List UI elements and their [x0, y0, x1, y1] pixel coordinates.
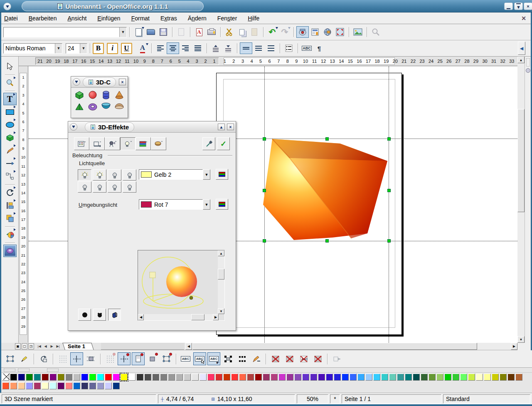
grip-icon[interactable] — [47, 369, 59, 372]
status-style-panel[interactable]: Standard — [443, 394, 530, 404]
color-swatch[interactable] — [10, 382, 17, 389]
select-tool[interactable] — [3, 60, 17, 73]
edit-points-button[interactable] — [4, 352, 17, 365]
exit-all-groups-button[interactable] — [330, 352, 343, 365]
preview-hscroll[interactable]: ◀ ▶ — [138, 314, 219, 320]
redo-button[interactable]: ↷ — [278, 26, 291, 38]
color-swatch[interactable] — [128, 374, 135, 381]
color-swatch[interactable] — [81, 382, 88, 389]
color-swatch[interactable] — [215, 374, 222, 381]
horizontal-ruler[interactable]: 212019181716151413121110987654321 123456… — [0, 57, 517, 66]
color-swatch[interactable] — [113, 374, 120, 381]
font-color-button[interactable]: A — [136, 42, 149, 54]
light-source-4-button[interactable] — [123, 169, 136, 181]
guides-when-moving-button[interactable] — [84, 352, 97, 365]
line-spacing-15-button[interactable] — [252, 42, 265, 54]
light-preview[interactable]: ▲ ▼ ◀ ▶ — [138, 250, 225, 321]
selection-handle-e[interactable] — [387, 189, 391, 192]
new-document-button[interactable] — [132, 26, 145, 38]
effects-tab-shading[interactable] — [105, 137, 120, 150]
color-swatch[interactable] — [365, 374, 372, 381]
grip-icon[interactable] — [4, 369, 15, 372]
color-swatch[interactable] — [278, 374, 286, 381]
zoom-page-button[interactable] — [334, 26, 346, 38]
undo-button[interactable]: ↶ — [266, 26, 278, 38]
snap-to-snap-lines-button[interactable] — [118, 352, 131, 365]
light-source-6-button[interactable] — [93, 181, 106, 193]
color-swatch[interactable] — [73, 374, 80, 381]
increase-paragraph-spacing-button[interactable] — [209, 42, 222, 54]
contour-mode-button[interactable] — [283, 352, 296, 365]
3d-object-cone[interactable] — [115, 90, 124, 99]
color-swatch[interactable] — [294, 374, 301, 381]
color-swatch[interactable] — [49, 374, 57, 381]
color-swatch[interactable] — [192, 374, 199, 381]
show-grid-button[interactable] — [56, 352, 69, 365]
dialog-close-button[interactable]: × — [227, 124, 234, 130]
copy-button[interactable] — [236, 26, 248, 38]
align-justify-button[interactable] — [192, 42, 204, 54]
color-swatch[interactable] — [34, 382, 41, 389]
color-swatch[interactable] — [389, 374, 396, 381]
3d-object-shell[interactable] — [101, 103, 111, 111]
color-swatch[interactable] — [34, 374, 41, 381]
color-swatch[interactable] — [255, 374, 262, 381]
maximize-button[interactable]: ▼ — [514, 2, 523, 10]
light-source-5-button[interactable] — [78, 181, 91, 193]
3d-object-cylinder[interactable] — [101, 90, 111, 99]
selection-handle-se[interactable] — [387, 239, 391, 243]
scroll-down-button[interactable]: ▼ — [517, 336, 525, 343]
color-swatch[interactable] — [152, 374, 159, 381]
3d-object-torus[interactable] — [88, 103, 98, 111]
underline-button[interactable]: U — [121, 43, 132, 54]
3d-object-cube[interactable] — [74, 90, 84, 99]
zoom-tool[interactable] — [3, 77, 17, 89]
color-swatch[interactable] — [500, 374, 507, 381]
scroll-left-button[interactable]: ◀ — [185, 343, 192, 350]
menu-ansicht[interactable]: Ansicht — [67, 15, 86, 22]
scroll-up-button[interactable]: ▲ — [517, 57, 525, 63]
effects-tab-textures[interactable] — [135, 137, 151, 150]
light-color-dropdown[interactable]: Gelb 2 ▼ — [139, 169, 210, 180]
color-swatch[interactable] — [223, 374, 230, 381]
color-swatch[interactable] — [318, 374, 325, 381]
color-swatch[interactable] — [342, 374, 349, 381]
snap-to-object-points-button[interactable] — [160, 352, 173, 365]
dialog-menu-button[interactable] — [70, 123, 77, 131]
effects-tab-favorites[interactable] — [74, 137, 89, 150]
light-source-8-button[interactable] — [123, 181, 136, 193]
selection-handle-sw[interactable] — [263, 239, 266, 243]
selection-handle-ne[interactable] — [387, 137, 391, 141]
color-swatch[interactable] — [302, 374, 309, 381]
next-page-button[interactable]: ▶ — [49, 343, 55, 349]
vertical-scrollbar[interactable]: ▲ ▼ — [517, 57, 525, 343]
color-swatch[interactable] — [49, 382, 57, 389]
light-source-7-button[interactable] — [108, 181, 121, 193]
preview-sphere-button[interactable] — [93, 309, 106, 321]
gallery-button[interactable] — [352, 26, 364, 38]
assign-button[interactable]: ✓ — [217, 137, 230, 150]
palette-menu-button[interactable] — [73, 78, 80, 86]
line-spacing-1-button[interactable] — [240, 42, 252, 54]
selection-handle-n[interactable] — [325, 137, 329, 141]
text-tool[interactable]: T — [3, 93, 17, 105]
light-color-dialog-button[interactable] — [216, 169, 228, 180]
color-swatch[interactable] — [26, 374, 33, 381]
color-swatch[interactable] — [184, 374, 191, 381]
preview-vscroll[interactable]: ▲ ▼ — [218, 250, 224, 314]
menu-extras[interactable]: Extras — [160, 15, 177, 22]
light-source-2-button[interactable] — [93, 169, 106, 181]
minimize-button[interactable]: ▁ — [504, 2, 513, 10]
close-button[interactable]: × — [524, 2, 532, 10]
last-page-button[interactable]: ▶| — [55, 343, 61, 349]
color-swatch[interactable] — [286, 374, 293, 381]
lines-arrows-tool[interactable] — [3, 157, 17, 170]
menu-format[interactable]: Format — [131, 15, 150, 22]
color-swatch[interactable] — [97, 382, 104, 389]
rectangle-tool[interactable] — [3, 106, 17, 118]
close-document-icon[interactable]: ✕ — [521, 15, 526, 22]
light-source-1-button[interactable] — [78, 169, 91, 181]
color-swatch[interactable] — [81, 374, 88, 381]
pipette-button[interactable] — [202, 137, 215, 150]
menu-ndern[interactable]: Ändern — [188, 15, 207, 22]
